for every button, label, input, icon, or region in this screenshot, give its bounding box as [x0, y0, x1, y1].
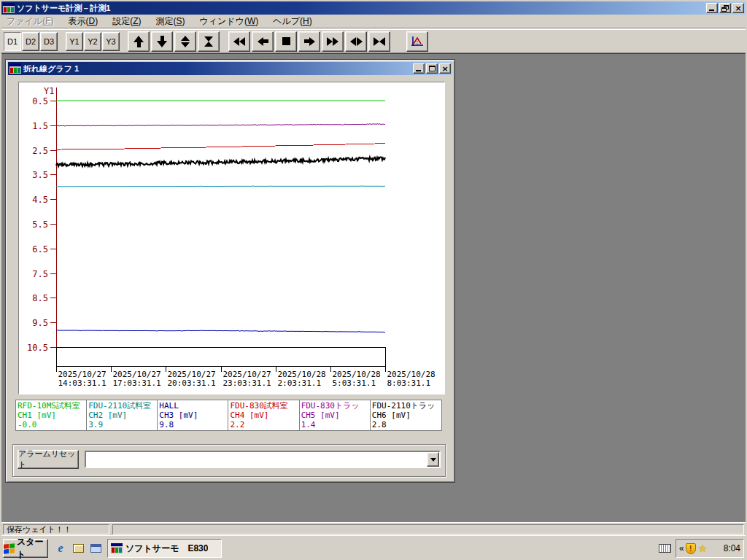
minimize-button[interactable] — [706, 3, 718, 13]
legend-channel-value: 1.4 — [301, 420, 368, 429]
left-arrow-icon — [258, 37, 268, 46]
svg-text:9.5: 9.5 — [32, 318, 48, 328]
legend-channel-label: CH3 [mV] — [159, 411, 226, 420]
toolbar-button-d2[interactable]: D2 — [22, 32, 39, 51]
graph-maximize-button[interactable] — [426, 63, 438, 74]
step-right-button[interactable] — [298, 31, 320, 52]
legend-channel-value: -0.0 — [18, 420, 85, 429]
svg-text:3.5: 3.5 — [32, 170, 48, 180]
graph-window: 折れ線グラフ 1 × Y10.51.52.53.54.55.56.57.58.5… — [5, 59, 455, 483]
svg-text:8:03:31.1: 8:03:31.1 — [387, 378, 431, 388]
expand-horizontal-button[interactable] — [345, 31, 367, 52]
legend-cell-ch1: RFD-10MS試料室CH1 [mV]-0.0 — [16, 400, 87, 430]
graph-window-title-bar: 折れ線グラフ 1 × — [8, 62, 452, 75]
legend-channel-label: CH6 [mV] — [372, 411, 440, 420]
main-title-bar: ソフトサーモ計測－計測1 × — [1, 1, 746, 15]
line-chart-icon — [410, 35, 425, 48]
toolbar-button-y3[interactable]: Y3 — [102, 32, 120, 51]
close-button[interactable]: × — [732, 3, 744, 13]
menu-item-measure[interactable]: 測定(S) — [150, 14, 190, 29]
graph-window-icon — [9, 63, 21, 74]
system-tray: « ! ★ 8:04 — [676, 539, 744, 558]
channel-legend: RFD-10MS試料室CH1 [mV]-0.0FDU-2110試料室CH2 [m… — [15, 400, 442, 431]
task-button-softthermo[interactable]: ソフトサーモ E830 — [107, 539, 222, 558]
toolbar-button-d1[interactable]: D1 — [4, 32, 21, 51]
right-arrow-icon — [304, 37, 315, 46]
task-button-label: ソフトサーモ E830 — [125, 542, 208, 555]
scroll-up-button[interactable] — [128, 31, 150, 52]
compress-vertical-button[interactable] — [198, 31, 220, 52]
line-chart-plot: Y10.51.52.53.54.55.56.57.58.59.510.52025… — [19, 82, 444, 394]
internet-explorer-icon[interactable]: e — [54, 542, 67, 555]
tray-clock: 8:04 — [724, 543, 740, 553]
legend-channel-name: HALL — [159, 401, 226, 411]
show-desktop-icon[interactable] — [71, 542, 85, 555]
svg-text:17:03:31.1: 17:03:31.1 — [113, 378, 161, 388]
svg-text:8.5: 8.5 — [32, 293, 48, 303]
svg-text:20:03:31.1: 20:03:31.1 — [168, 378, 216, 388]
stop-icon — [282, 37, 290, 45]
compress-horizontal-button[interactable] — [368, 31, 390, 52]
expand-vertical-button[interactable] — [174, 31, 196, 52]
fast-forward-button[interactable] — [322, 31, 344, 52]
fast-rewind-button[interactable] — [228, 31, 250, 52]
status-panel-2 — [112, 524, 744, 534]
main-window-title: ソフトサーモ計測－計測1 — [15, 3, 705, 14]
svg-text:23:03:31.1: 23:03:31.1 — [223, 378, 271, 388]
svg-text:2:03:31.1: 2:03:31.1 — [278, 378, 322, 388]
svg-text:14:03:31.1: 14:03:31.1 — [58, 378, 107, 388]
scroll-down-button[interactable] — [151, 31, 173, 52]
alarm-combobox-dropdown-button[interactable] — [427, 452, 439, 467]
menu-item-settings[interactable]: 設定(Z) — [107, 14, 146, 29]
alarm-combobox-value[interactable] — [86, 452, 439, 467]
legend-channel-value: 3.9 — [88, 420, 155, 429]
expand-horizontal-icon — [350, 37, 363, 46]
windows-logo-icon — [4, 543, 15, 554]
svg-text:5:03:31.1: 5:03:31.1 — [333, 378, 376, 388]
toolbar-button-d3[interactable]: D3 — [40, 32, 58, 51]
toolbar-button-y2[interactable]: Y2 — [84, 32, 101, 51]
menu-item-view[interactable]: 表示(D) — [63, 14, 103, 29]
svg-text:2.5: 2.5 — [32, 146, 48, 156]
channels-window-icon[interactable] — [89, 542, 102, 555]
menu-bar: ファイル(F)表示(D)設定(Z)測定(S)ウィンドウ(W)ヘルプ(H) — [1, 15, 746, 28]
legend-channel-name: FDU-830試料室 — [230, 401, 297, 411]
svg-text:10.5: 10.5 — [27, 343, 48, 353]
step-left-button[interactable] — [252, 31, 274, 52]
star-icon[interactable]: ★ — [698, 542, 708, 554]
legend-channel-name: FDU-2110トラッ — [372, 401, 440, 411]
restore-button[interactable] — [719, 3, 731, 13]
keyboard-icon[interactable] — [659, 544, 671, 553]
plot-panel: Y10.51.52.53.54.55.56.57.58.59.510.52025… — [18, 82, 445, 394]
status-message: 保存ウェイト！！ — [3, 524, 109, 534]
start-button[interactable]: スタート — [3, 539, 48, 558]
legend-channel-label: CH5 [mV] — [301, 411, 368, 420]
graph-window-title: 折れ線グラフ 1 — [21, 63, 411, 74]
legend-cell-ch5: FDU-830トラッCH5 [mV]1.4 — [300, 400, 371, 430]
menu-item-file[interactable]: ファイル(F) — [1, 14, 58, 29]
main-window: ソフトサーモ計測－計測1 × ファイル(F)表示(D)設定(Z)測定(S)ウィン… — [0, 0, 747, 560]
svg-text:6.5: 6.5 — [32, 244, 48, 254]
menu-item-window[interactable]: ウィンドウ(W) — [195, 14, 264, 29]
legend-channel-label: CH1 [mV] — [18, 411, 85, 420]
chevron-left-icon[interactable]: « — [679, 543, 684, 553]
status-bar: 保存ウェイト！！ — [1, 522, 746, 535]
legend-channel-value: 2.2 — [230, 420, 297, 429]
svg-text:0.5: 0.5 — [32, 96, 48, 106]
task-app-icon — [111, 543, 123, 553]
graph-close-button[interactable]: × — [439, 63, 451, 74]
fast-rewind-icon — [233, 37, 245, 46]
menu-item-help[interactable]: ヘルプ(H) — [268, 14, 317, 29]
graph-minimize-button[interactable] — [413, 63, 425, 74]
line-chart-button[interactable] — [406, 31, 428, 52]
legend-cell-ch2: FDU-2110試料室CH2 [mV]3.9 — [87, 400, 158, 430]
alarm-reset-button[interactable]: アラームリセット — [18, 450, 79, 469]
security-shield-icon[interactable]: ! — [686, 543, 696, 554]
legend-cell-ch4: FDU-830試料室CH4 [mV]2.2 — [228, 400, 299, 430]
stop-button[interactable] — [275, 31, 297, 52]
scroll-up-icon — [133, 36, 144, 47]
toolbar-button-y1[interactable]: Y1 — [66, 32, 83, 51]
start-button-label: スタート — [17, 536, 47, 560]
legend-cell-ch3: HALLCH3 [mV]9.8 — [158, 400, 228, 430]
alarm-combobox[interactable] — [85, 451, 441, 468]
